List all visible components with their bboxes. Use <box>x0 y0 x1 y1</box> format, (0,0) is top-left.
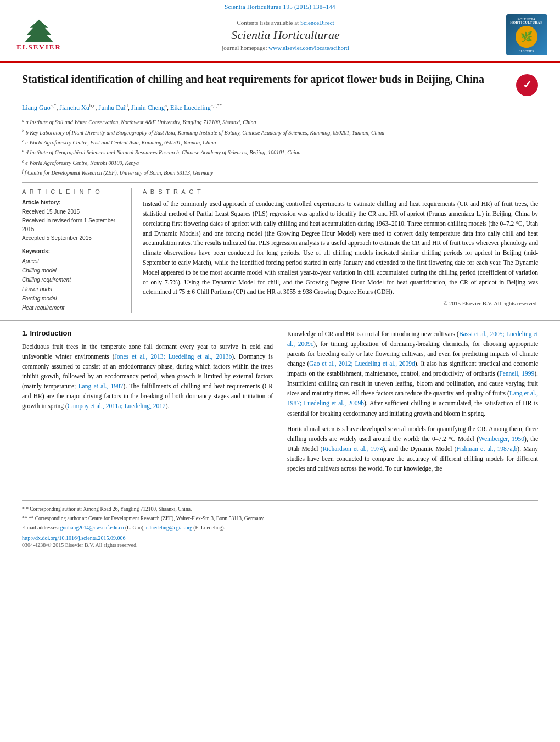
scientia-badge: SCIENTIAHORTICULTURAE 🌿 ELSEVIER <box>506 14 547 55</box>
ref-campoy-link[interactable]: Campoy et al., 2011a; Luedeling, 2012 <box>68 403 166 409</box>
intro-p1: Deciduous fruit trees in the temperate z… <box>22 342 273 411</box>
copyright-line: © 2015 Elsevier B.V. All rights reserved… <box>143 300 538 306</box>
keyword-flower-buds: Flower buds <box>22 284 124 294</box>
ref-lang2-link[interactable]: Lang et al., 1987; Luedeling et al., 200… <box>287 390 538 406</box>
article-history-label: Article history: <box>22 199 124 205</box>
info-abstract-columns: A R T I C L E I N F O Article history: R… <box>22 182 538 313</box>
abstract-text: Instead of the commonly used approach of… <box>143 199 538 297</box>
abstract-col: A B S T R A C T Instead of the commonly … <box>143 188 538 313</box>
ref-jones-link[interactable]: Jones et al., 2013; Luedeling et al., 20… <box>115 353 232 360</box>
crossmark-icon: ✓ <box>517 75 537 95</box>
footer-section: * * Corresponding author at: Xinong Road… <box>0 490 560 556</box>
footer-notes: * * Corresponding author at: Xinong Road… <box>22 505 538 523</box>
elsevier-tree-icon <box>20 19 58 42</box>
intro-p3: Horticultural scientists have developed … <box>287 424 538 473</box>
affiliation-c: c c World Agroforestry Centre, East and … <box>22 138 538 147</box>
author5-sup: e,f,** <box>211 103 222 108</box>
journal-homepage: journal homepage: www.elsevier.com/locat… <box>80 44 491 51</box>
author3-name: Junhu Dai <box>98 104 125 111</box>
keyword-forcing-model: Forcing model <box>22 294 124 303</box>
authors-line: Liang Guoa,*, Jianchu Xub,c, Junhu Daid,… <box>22 102 538 113</box>
abstract-label: A B S T R A C T <box>143 188 538 195</box>
ref-weinberger-link[interactable]: Weinberger, 1950 <box>479 436 524 442</box>
article-title-row: Statistical identification of chilling a… <box>22 72 538 96</box>
body-col-right: Knowledge of CR and HR is crucial for in… <box>287 329 538 479</box>
contents-available: Contents lists available at ScienceDirec… <box>80 19 491 26</box>
keyword-chilling-model: Chilling model <box>22 266 124 275</box>
elsevier-logo: ELSEVIER <box>12 19 66 52</box>
article-info-label: A R T I C L E I N F O <box>22 188 124 195</box>
author2-sup: b,c <box>89 103 96 108</box>
affiliation-f: f f Centre for Development Research (ZEF… <box>22 168 538 177</box>
email1-link[interactable]: guoliang2014@nwsuaf.edu.cn <box>60 525 124 531</box>
badge-image-icon: 🌿 <box>516 26 537 48</box>
body-two-col: 1. Introduction Deciduous fruit trees in… <box>22 329 538 479</box>
author1-name: Liang Guo <box>22 104 51 111</box>
footer-note1: * * Corresponding author at: Xinong Road… <box>22 505 538 514</box>
author4-name: Jimin Cheng <box>131 104 165 111</box>
journal-citation: Scientia Horticulturae 195 (2015) 138–14… <box>0 0 560 12</box>
crossmark-logo[interactable]: ✓ <box>516 74 538 96</box>
affiliation-a: a a Institute of Soil and Water Conserva… <box>22 118 538 126</box>
ref-fennell-link[interactable]: Fennell, 1999 <box>499 370 534 377</box>
author5-name: Eike Luedeling <box>170 104 211 111</box>
svg-text:✓: ✓ <box>523 79 532 91</box>
author2-name: Jianchu Xu <box>59 104 89 111</box>
affiliations: a a Institute of Soil and Water Conserva… <box>22 118 538 177</box>
accepted-date: Accepted 5 September 2015 <box>22 234 124 243</box>
journal-badge: SCIENTIAHORTICULTURAE 🌿 ELSEVIER <box>502 14 551 55</box>
body-col-left: 1. Introduction Deciduous fruit trees in… <box>22 329 273 479</box>
keywords-label: Keywords: <box>22 248 124 254</box>
email2-link[interactable]: e.luedeling@cgiar.org <box>146 525 192 531</box>
header-main: ELSEVIER Contents lists available at Sci… <box>0 12 560 58</box>
author1-sup: a,* <box>51 103 57 108</box>
journal-citation-text: Scientia Horticulturae 195 (2015) 138–14… <box>225 3 335 10</box>
received-revised-date: Received in revised form 1 September 201… <box>22 216 124 234</box>
svg-marker-1 <box>25 19 53 41</box>
homepage-url[interactable]: www.elsevier.com/locate/scihorti <box>268 44 349 51</box>
affiliation-e: e e World Agroforestry Centre, Nairobi 0… <box>22 158 538 167</box>
ref-fishman-link[interactable]: Fishman et al., 1987a,b <box>456 445 517 452</box>
affiliation-b: b b Key Laboratory of Plant Diversity an… <box>22 128 538 137</box>
keyword-apricot: Apricot <box>22 256 124 266</box>
ref-lang-link[interactable]: Lang et al., 1987 <box>79 383 124 389</box>
footer-divider <box>22 500 538 501</box>
keyword-chilling-req: Chilling requirement <box>22 275 124 284</box>
ref-bassi-link[interactable]: Bassi et al., 2005; Luedeling et al., 20… <box>287 331 538 347</box>
ref-gao-link[interactable]: Gao et al., 2012; Luedeling et al., 2009… <box>309 360 415 367</box>
footer-note2: ** ** Corresponding author at: Centre fo… <box>22 515 538 523</box>
intro-p2: Knowledge of CR and HR is crucial for in… <box>287 329 538 418</box>
affiliation-d: d d Institute of Geographical Sciences a… <box>22 148 538 157</box>
header-center: Contents lists available at ScienceDirec… <box>69 19 502 51</box>
article-info-col: A R T I C L E I N F O Article history: R… <box>22 188 132 313</box>
journal-header: Scientia Horticulturae 195 (2015) 138–14… <box>0 0 560 62</box>
footer-doi[interactable]: http://dx.doi.org/10.1016/j.scienta.2015… <box>22 535 538 541</box>
journal-title-header: Scientia Horticulturae <box>80 28 491 42</box>
author4-sup: a <box>165 103 167 108</box>
footer-email: E-mail addresses: guoliang2014@nwsuaf.ed… <box>22 525 538 531</box>
received-date: Received 15 June 2015 <box>22 208 124 216</box>
article-section: Statistical identification of chilling a… <box>0 62 560 313</box>
footer-issn: 0304-4238/© 2015 Elsevier B.V. All right… <box>22 542 538 548</box>
article-title: Statistical identification of chilling a… <box>22 72 516 87</box>
author3-sup: d <box>125 103 128 108</box>
intro-heading: 1. Introduction <box>22 329 273 337</box>
sciencedirect-link[interactable]: ScienceDirect <box>300 19 334 26</box>
elsevier-text: ELSEVIER <box>16 43 61 52</box>
badge-subtitle: ELSEVIER <box>519 49 534 53</box>
keywords-list: Apricot Chilling model Chilling requirem… <box>22 256 124 313</box>
elsevier-logo-container: ELSEVIER <box>9 19 69 52</box>
page-wrapper: Scientia Horticulturae 195 (2015) 138–14… <box>0 0 560 742</box>
ref-richardson-link[interactable]: Richardson et al., 1974 <box>322 445 383 452</box>
body-section: 1. Introduction Deciduous fruit trees in… <box>0 320 560 484</box>
keyword-heat-req: Heat requirement <box>22 303 124 313</box>
badge-title: SCIENTIAHORTICULTURAE <box>510 18 542 24</box>
